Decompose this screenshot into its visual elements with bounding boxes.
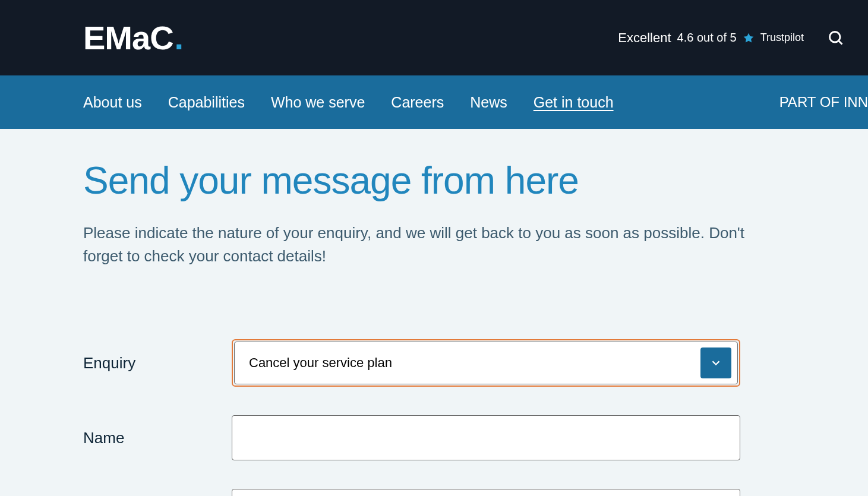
name-label: Name — [83, 429, 232, 447]
nav-get-in-touch[interactable]: Get in touch — [534, 94, 614, 111]
page-subtitle: Please indicate the nature of your enqui… — [83, 222, 760, 268]
trustpilot-brand: Trustpilot — [760, 31, 804, 44]
contact-form: Enquiry Cancel your service plan Name — [83, 339, 785, 496]
svg-line-1 — [839, 40, 842, 44]
form-row-enquiry: Enquiry Cancel your service plan — [83, 339, 785, 387]
trustpilot-rating-label: Excellent — [618, 30, 671, 46]
topbar-right: Excellent 4.6 out of 5 Trustpilot — [618, 30, 844, 46]
nav-news[interactable]: News — [470, 94, 507, 111]
chevron-down-icon — [709, 356, 722, 369]
enquiry-selected-value: Cancel your service plan — [249, 355, 392, 371]
nav-about-us[interactable]: About us — [83, 94, 142, 111]
brand-logo[interactable]: EMaC. — [83, 18, 183, 57]
enquiry-select[interactable]: Cancel your service plan — [232, 339, 740, 387]
form-row-name: Name — [83, 415, 785, 460]
enquiry-dropdown-button[interactable] — [700, 347, 731, 378]
star-icon — [743, 32, 755, 44]
trustpilot-widget[interactable]: Excellent 4.6 out of 5 Trustpilot — [618, 30, 804, 46]
nav-links: About us Capabilities Who we serve Caree… — [83, 94, 614, 111]
svg-point-0 — [830, 31, 841, 42]
nav-careers[interactable]: Careers — [391, 94, 444, 111]
search-icon — [828, 30, 844, 46]
enquiry-label: Enquiry — [83, 354, 232, 372]
main-nav: About us Capabilities Who we serve Caree… — [0, 75, 868, 129]
nav-capabilities[interactable]: Capabilities — [168, 94, 245, 111]
search-button[interactable] — [828, 30, 844, 46]
nav-partner-text: PART OF INN — [779, 94, 868, 110]
trustpilot-score: 4.6 out of 5 — [677, 31, 737, 45]
main-content: Send your message from here Please indic… — [0, 129, 868, 496]
logo-text: EMaC — [83, 18, 173, 57]
form-row-email: Email — [83, 489, 785, 496]
email-input[interactable] — [232, 489, 740, 496]
page-title: Send your message from here — [83, 159, 785, 203]
name-input[interactable] — [232, 415, 740, 460]
logo-dot: . — [175, 18, 184, 57]
nav-who-we-serve[interactable]: Who we serve — [271, 94, 365, 111]
topbar: EMaC. Excellent 4.6 out of 5 Trustpilot — [0, 0, 868, 75]
